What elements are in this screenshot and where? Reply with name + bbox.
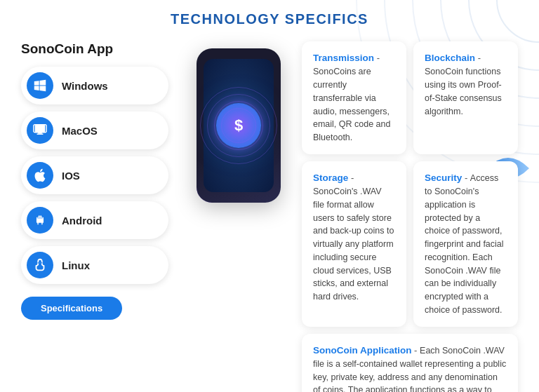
platform-item-windows[interactable]: Windows <box>21 67 168 104</box>
transmission-text: SonoCoins are currently transferrable vi… <box>313 67 390 142</box>
linux-icon <box>27 252 53 278</box>
transmission-card: Transmission - SonoCoins are currently t… <box>302 41 406 154</box>
transmission-title: Transmission <box>313 53 374 63</box>
android-icon <box>27 207 53 234</box>
app-section: SonoCoin App Windows <box>21 41 175 320</box>
svg-rect-8 <box>36 134 43 135</box>
app-section-title: SonoCoin App <box>21 41 168 57</box>
security-title: Security <box>425 173 462 183</box>
android-label: Android <box>62 215 102 227</box>
blockchain-title: Blockchain <box>425 53 475 63</box>
storage-card: Storage - SonoCoin's .WAV file format al… <box>302 161 406 327</box>
windows-label: Windows <box>62 80 108 92</box>
platform-item-linux[interactable]: Linux <box>21 246 168 284</box>
middle-cards-row: Storage - SonoCoin's .WAV file format al… <box>302 161 518 327</box>
info-cards-section: Transmission - SonoCoins are currently t… <box>302 41 518 392</box>
phone-mockup-area: $ <box>175 48 302 203</box>
windows-icon <box>27 72 53 99</box>
application-card: SonoCoin Application - Each SonoCoin .WA… <box>302 334 518 393</box>
svg-rect-6 <box>35 125 46 133</box>
storage-text: SonoCoin's .WAV file format allow users … <box>313 187 394 302</box>
platform-item-android[interactable]: Android <box>21 201 168 239</box>
storage-title: Storage <box>313 173 348 183</box>
linux-label: Linux <box>62 259 90 271</box>
platform-list: Windows MacOS <box>21 67 168 284</box>
specifications-button[interactable]: Specifications <box>21 297 122 320</box>
security-text: Access to SonoCoin's application is prot… <box>425 173 504 315</box>
platform-item-macos[interactable]: MacOS <box>21 111 168 149</box>
platform-item-ios[interactable]: IOS <box>21 156 168 194</box>
top-cards-row: Transmission - SonoCoins are currently t… <box>302 41 518 154</box>
ios-label: IOS <box>62 170 80 182</box>
security-card: Security - Access to SonoCoin's applicat… <box>413 161 518 327</box>
apple-icon <box>27 162 53 189</box>
macos-label: MacOS <box>62 125 98 137</box>
page-title: TECHNOLOGY SPECIFICS <box>0 0 539 34</box>
application-title: SonoCoin Application <box>313 345 411 356</box>
phone-screen: $ <box>204 59 274 192</box>
blockchain-text: SonoCoin functions using its own Proof-o… <box>425 67 502 116</box>
blockchain-card: Blockchain - SonoCoin functions using it… <box>413 41 518 154</box>
macos-icon <box>27 117 53 144</box>
phone-mockup: $ <box>197 48 281 203</box>
